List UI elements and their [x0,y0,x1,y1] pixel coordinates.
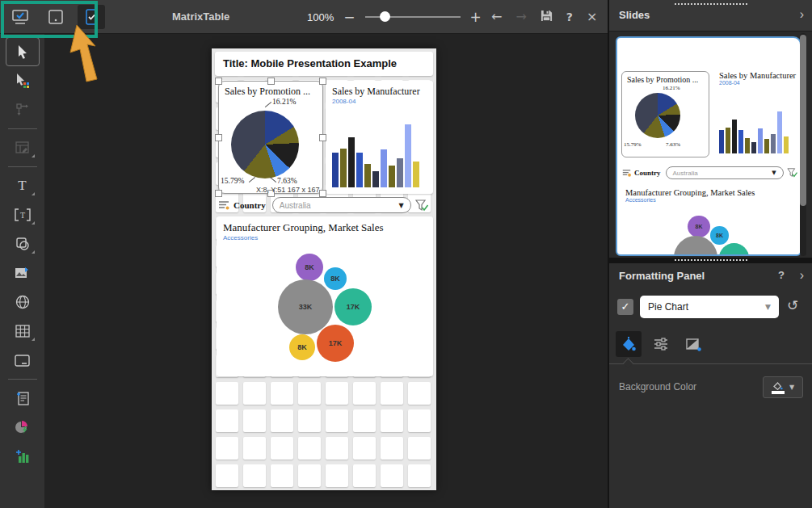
formatting-panel-header: Formatting Panel ? › [609,263,812,289]
widget-enabled-checkbox[interactable]: ✓ [617,299,633,315]
selection-handle-w[interactable] [215,134,222,141]
grid-cell [216,437,238,460]
pie-chart-icon [15,420,30,435]
tab-advanced-settings[interactable] [648,331,674,357]
grid-cell [408,437,431,460]
reset-formatting-button[interactable]: ↻ [787,297,798,313]
tool-connector[interactable] [6,95,40,124]
paint-bucket-icon [772,381,783,390]
bar [372,171,379,187]
tool-card[interactable] [6,346,40,375]
zoom-slider-thumb[interactable] [380,11,390,22]
tablet-icon [47,9,65,25]
slides-scrollbar-thumb[interactable] [800,35,806,206]
bar-chart-widget[interactable]: Sales by Manufacturer 2008-04 [326,81,433,194]
widget-selector-dropdown[interactable]: Pie Chart ▼ [640,296,779,318]
text-icon: T [18,178,26,194]
desktop-preview-button[interactable] [6,5,34,29]
form-icon [15,391,30,405]
grid-cell [243,382,266,405]
slide-thumbnail[interactable]: Sales by Promotion ... 16.21% 15.79% 7.6… [616,36,801,256]
slides-scrollbar [800,33,806,256]
table-icon [15,325,30,338]
thumb-pie-title: Sales by Promotion ... [627,75,709,84]
app-window: MatrixTable 100% − + ← → ? [0,0,812,508]
selection-handle-sw[interactable] [215,190,222,197]
filter-label: Country [234,200,266,210]
grid-cell [353,464,376,487]
redo-button[interactable]: → [515,10,526,23]
chevron-down-icon: ▼ [765,303,771,311]
tool-image[interactable] [6,258,40,288]
grid-cell [408,464,431,487]
thumb-country-filter-row: Country Australia ▼ [622,166,800,180]
grid-cell [271,437,293,460]
selection-handle-n[interactable] [267,78,275,85]
panel-splitter[interactable] [609,258,812,263]
undo-button[interactable]: ← [491,10,502,23]
background-color-picker[interactable]: ▼ [763,376,803,398]
current-color-swatch [772,391,785,394]
bubble: 17K [719,243,749,256]
mobile-canvas-page[interactable]: Title: Mobile Presentation Example Sales… [212,48,436,490]
country-dropdown[interactable]: Australia ▼ [272,197,411,213]
tool-import-chart[interactable] [6,413,40,442]
zoom-in-button[interactable]: + [470,10,482,24]
pie-label: 7.63% [277,177,297,185]
bar [332,153,339,187]
thumb-bar-title: Sales by Manufacturer [719,71,801,80]
zoom-out-button[interactable]: − [343,10,355,24]
selection-handle-nw[interactable] [215,78,222,85]
connector-icon [15,103,30,117]
paint-bucket-icon [621,336,637,352]
bubble: 17K [334,288,372,325]
tool-form[interactable] [6,384,40,413]
selection-handle-e[interactable] [319,134,326,141]
grid-cell [381,409,403,432]
thumb-pie-chart [635,93,680,138]
formatting-collapse-icon[interactable]: › [800,268,804,283]
grid-cell [408,409,431,432]
tool-shape[interactable] [6,229,40,258]
tool-select[interactable] [6,37,40,66]
formatting-help-icon[interactable]: ? [778,269,785,281]
collapse-panel-icon[interactable]: › [800,7,804,22]
tool-label[interactable]: T [6,200,40,229]
grid-cell [298,437,321,460]
thumb-pie-widget: Sales by Promotion ... 16.21% 15.79% 7.6… [621,71,709,157]
grid-cell [353,437,376,460]
tool-text[interactable]: T [6,171,40,200]
grid-cell [381,437,403,460]
thumb-pie-label: 7.63% [666,141,680,148]
thumb-bar-subtitle: 2008-04 [719,80,801,86]
save-button[interactable] [541,10,553,24]
tool-multi-select[interactable] [6,66,40,95]
bubble-chart-widget[interactable]: Manufacturer Grouping, Market Sales Acce… [217,216,433,376]
grid-cell [243,437,266,460]
tool-widget-editor[interactable] [6,133,40,162]
filter-check-icon[interactable] [415,199,428,212]
tool-new-chart[interactable] [6,442,40,471]
tool-table[interactable] [6,317,40,346]
submenu-arrow-icon [32,250,35,254]
bar [784,136,789,153]
panel-drag-handle[interactable] [675,3,747,5]
formatting-panel-body: ✓ Pie Chart ▼ ↻ [609,289,812,506]
title-widget[interactable]: Title: Mobile Presentation Example [215,52,433,76]
zoom-slider[interactable] [365,11,461,23]
bar [413,162,419,187]
grid-cell [408,382,431,405]
bar-chart-icon [15,449,30,464]
splitter-drag-handle[interactable] [675,259,747,261]
help-button[interactable]: ? [566,11,573,23]
toolbar-actions: ← → ? × [491,0,597,34]
tab-fill-format[interactable] [616,331,642,357]
tab-conditional-format[interactable] [680,331,706,357]
pie-chart-widget[interactable]: Sales by Promotion ... 16.21% 15.79% 7.6… [218,81,323,194]
selection-handle-ne[interactable] [319,78,326,85]
bubble: 8K [289,334,315,360]
close-button[interactable]: × [587,10,597,23]
widget-selector-row: ✓ Pie Chart ▼ ↻ [609,296,812,320]
tool-web[interactable] [6,288,40,317]
bar [381,149,387,187]
